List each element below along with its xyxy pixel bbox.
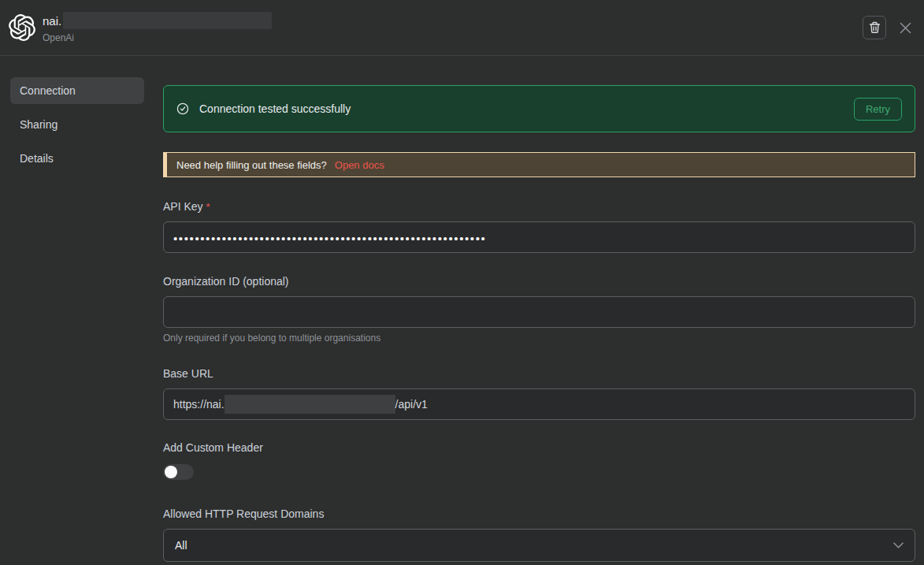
allowed-domains-select[interactable]: All <box>163 529 915 562</box>
sidebar-item-connection[interactable]: Connection <box>10 77 144 104</box>
help-banner-text: Need help filling out these fields? <box>176 159 327 171</box>
api-key-input[interactable]: ••••••••••••••••••••••••••••••••••••••••… <box>163 221 915 253</box>
allowed-domains-value: All <box>175 539 187 552</box>
trash-icon <box>869 21 881 34</box>
redacted-title-text <box>63 12 272 29</box>
open-docs-link[interactable]: Open docs <box>335 159 384 171</box>
base-url-label: Base URL <box>163 367 213 380</box>
custom-header-toggle[interactable] <box>163 464 194 480</box>
retry-button[interactable]: Retry <box>854 98 902 121</box>
masked-api-key-value: ••••••••••••••••••••••••••••••••••••••••… <box>173 232 486 244</box>
required-asterisk: * <box>206 201 210 213</box>
check-circle-icon <box>176 102 189 115</box>
close-icon <box>900 22 911 34</box>
chevron-down-icon <box>893 542 904 548</box>
toggle-knob <box>165 466 177 478</box>
custom-header-label: Add Custom Header <box>163 441 263 454</box>
connection-success-banner: Connection tested successfully Retry <box>163 85 915 132</box>
sidebar-item-sharing[interactable]: Sharing <box>10 111 144 138</box>
connection-panel: Connection tested successfully Retry Nee… <box>163 56 915 562</box>
settings-sidebar: Connection Sharing Details <box>0 56 163 562</box>
success-message: Connection tested successfully <box>199 102 351 115</box>
modal-header: nai. OpenAi <box>0 0 924 56</box>
base-url-prefix: https://nai. <box>173 398 225 411</box>
api-key-field: API Key * ••••••••••••••••••••••••••••••… <box>163 200 915 253</box>
redacted-url-text <box>225 395 395 414</box>
organization-id-helper: Only required if you belong to multiple … <box>163 333 915 344</box>
header-actions <box>863 16 911 39</box>
credential-title[interactable]: nai. <box>43 14 61 28</box>
base-url-suffix: /api/v1 <box>395 398 428 411</box>
organization-id-field: Organization ID (optional) Only required… <box>163 275 915 344</box>
base-url-field: Base URL https://nai. /api/v1 <box>163 367 915 420</box>
base-url-input[interactable]: https://nai. /api/v1 <box>163 388 915 420</box>
custom-header-field: Add Custom Header <box>163 441 915 480</box>
help-banner: Need help filling out these fields? Open… <box>163 152 915 177</box>
sidebar-item-details[interactable]: Details <box>10 145 144 172</box>
credential-type-subtitle: OpenAi <box>43 32 272 43</box>
allowed-domains-label: Allowed HTTP Request Domains <box>163 507 324 520</box>
allowed-domains-field: Allowed HTTP Request Domains All <box>163 507 915 562</box>
delete-credential-button[interactable] <box>863 16 886 39</box>
openai-logo-icon <box>8 13 36 42</box>
organization-id-input[interactable] <box>163 296 915 328</box>
close-modal-button[interactable] <box>900 22 911 34</box>
organization-id-label: Organization ID (optional) <box>163 275 289 288</box>
credential-title-block: nai. OpenAi <box>43 12 272 43</box>
api-key-label: API Key <box>163 200 203 213</box>
